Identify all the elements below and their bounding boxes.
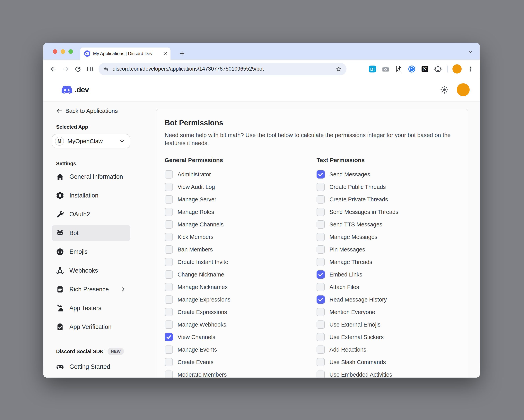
checkbox-use-external-emojis[interactable] [316,321,325,329]
permission-row-create-private-threads: Create Private Threads [316,193,460,206]
hatena-bookmark-extension-icon[interactable]: B! [368,65,376,73]
checkbox-manage-events[interactable] [165,345,173,354]
checkbox-send-messages[interactable] [316,170,325,178]
sidebar-item-bot[interactable]: Bot [52,225,131,241]
permission-row-view-channels: View Channels [165,331,316,343]
checkbox-manage-roles[interactable] [165,208,173,216]
checkbox-moderate-members[interactable] [165,370,173,377]
checkbox-embed-links[interactable] [316,271,325,279]
app-body: Back to Applications Selected App M MyOp… [44,102,480,377]
tab-search-chevron-icon[interactable] [467,49,473,55]
checkbox-manage-messages[interactable] [316,233,325,241]
general-permissions-column: General Permissions AdministratorView Au… [165,157,316,377]
sidebar-item-getting-started[interactable]: Getting Started [52,359,131,375]
sidebar-item-installation[interactable]: Installation [52,188,131,203]
permission-row-manage-server: Manage Server [165,193,316,206]
discord-dev-logo[interactable]: .dev [60,85,89,95]
sidebar-item-emojis[interactable]: Emojis [52,244,131,260]
checkbox-manage-webhooks[interactable] [165,321,173,329]
sidebar-item-app-testers[interactable]: App Testers [52,300,131,316]
gamepad-icon [56,362,64,371]
checkbox-create-public-threads[interactable] [316,183,325,191]
permission-row-send-tts-messages: Send TTS Messages [316,218,460,231]
url-text[interactable]: discord.com/developers/applications/1473… [113,66,332,72]
checkbox-view-audit-log[interactable] [165,183,173,191]
browser-menu-icon[interactable] [466,65,475,73]
zoom-window-button[interactable] [69,49,73,54]
checkbox-send-tts-messages[interactable] [316,220,325,228]
notion-extension-icon[interactable]: N [421,65,429,73]
app-selector-dropdown[interactable]: M MyOpenClaw [52,134,131,149]
document-link-extension-icon[interactable] [394,65,403,73]
back-link-label: Back to Applications [65,107,118,114]
checkbox-read-message-history[interactable] [316,296,325,304]
bookmark-star-icon[interactable] [335,66,342,72]
gear-icon [56,191,64,200]
checkbox-manage-channels[interactable] [165,220,173,228]
checkbox-use-slash-commands[interactable] [316,358,325,366]
checkbox-attach-files[interactable] [316,283,325,291]
light-mode-sun-icon[interactable] [440,85,449,94]
close-window-button[interactable] [53,49,57,54]
toolbar-divider [447,65,447,72]
sidebar-item-webhooks[interactable]: Webhooks [52,263,131,279]
browser-tab[interactable]: My Applications | Discord Dev [80,47,171,60]
sidebar-item-general-information[interactable]: General Information [52,169,131,184]
forward-button[interactable] [61,64,71,74]
checkbox-view-channels[interactable] [165,333,173,341]
bot-icon [56,229,64,237]
svg-text:N: N [423,66,427,71]
puzzle-extensions-icon[interactable] [434,65,442,73]
user-avatar[interactable] [457,83,470,96]
selected-app-label: Selected App [56,124,156,130]
browser-profile-avatar[interactable] [453,64,462,73]
checkbox-create-instant-invite[interactable] [165,258,173,266]
checkbox-manage-nicknames[interactable] [165,283,173,291]
permission-row-send-messages: Send Messages [316,168,460,181]
checkbox-create-private-threads[interactable] [316,195,325,203]
clipboard-check-icon [56,323,64,331]
checkbox-use-external-stickers[interactable] [316,333,325,341]
reload-button[interactable] [73,64,83,74]
text-permissions-list: Send MessagesCreate Public ThreadsCreate… [316,168,460,377]
site-settings-icon[interactable] [103,66,110,72]
sidebar-item-oauth2[interactable]: OAuth2 [52,207,131,222]
checkbox-change-nickname[interactable] [165,271,173,279]
checkbox-kick-members[interactable] [165,233,173,241]
permission-row-change-nickname: Change Nickname [165,268,316,281]
checkbox-manage-expressions[interactable] [165,296,173,304]
new-tab-button[interactable] [179,50,185,57]
checkbox-create-events[interactable] [165,358,173,366]
back-arrow-icon [56,108,62,114]
desktop: { "colors": { "accent": "#5865F2", "avat… [0,0,524,420]
wrench-icon [56,210,64,219]
checkbox-pin-messages[interactable] [316,245,325,254]
checkbox-ban-members[interactable] [165,245,173,254]
browser-toolbar: discord.com/developers/applications/1473… [44,60,480,79]
checkbox-manage-server[interactable] [165,195,173,203]
page-title: Bot Permissions [165,119,460,127]
permission-row-view-audit-log: View Audit Log [165,181,316,193]
sidebar-item-rich-presence[interactable]: Rich Presence [52,281,131,297]
checkbox-use-embedded-activities[interactable] [316,370,325,377]
checkbox-add-reactions[interactable] [316,345,325,354]
checkbox-administrator[interactable] [165,170,173,178]
checkbox-mention-everyone[interactable] [316,308,325,316]
discord-social-sdk-header: Discord Social SDK NEW [56,348,156,355]
new-badge: NEW [107,348,124,355]
address-bar[interactable]: discord.com/developers/applications/1473… [98,63,347,75]
permission-row-send-messages-in-threads: Send Messages in Threads [316,206,460,218]
back-to-applications-link[interactable]: Back to Applications [56,107,118,114]
checkbox-manage-threads[interactable] [316,258,325,266]
tab-close-icon[interactable] [163,51,168,56]
back-button[interactable] [49,64,59,74]
permission-row-pin-messages: Pin Messages [316,243,460,256]
checkbox-create-expressions[interactable] [165,308,173,316]
1password-extension-icon[interactable] [408,65,416,73]
sidebar-item-app-verification[interactable]: App Verification [52,319,131,335]
minimize-window-button[interactable] [61,49,65,54]
main-content: Bot Permissions Need some help with bit … [156,102,480,377]
checkbox-send-messages-in-threads[interactable] [316,208,325,216]
screenshot-camera-extension-icon[interactable] [382,65,390,73]
side-panel-button[interactable] [85,64,95,74]
